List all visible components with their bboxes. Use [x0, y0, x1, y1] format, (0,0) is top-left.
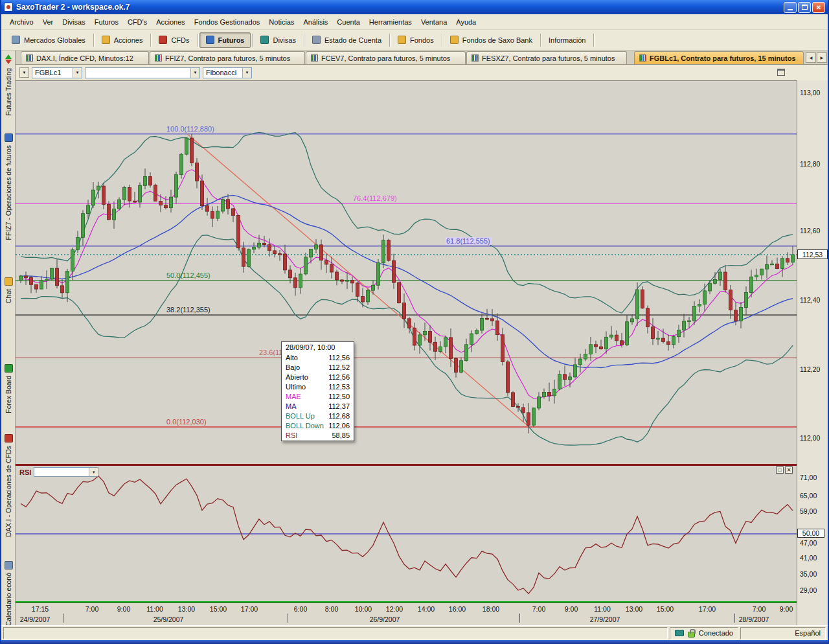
sidebar-item-ffiz7-operaciones[interactable]: FFIZ7 - Operaciones de futuros — [2, 133, 15, 240]
candles-layer — [19, 134, 795, 433]
toolbar-separator — [389, 34, 390, 47]
rsi-chart-svg — [16, 466, 797, 602]
sidebar-item-daxi-operaciones[interactable]: DAX.I - Operaciones de CFDs — [2, 434, 15, 537]
menu-analisis[interactable]: Análisis — [299, 16, 332, 29]
menu-herramientas[interactable]: Herramientas — [365, 16, 416, 29]
menu-ayuda[interactable]: Ayuda — [451, 16, 481, 29]
statusbar-connection-panel: Conectado — [670, 627, 738, 639]
connection-status: Conectado — [699, 629, 733, 637]
tab-fgblc1[interactable]: FGBLc1, Contrato para futuros, 15 minuto… — [634, 51, 804, 64]
tab-ffiz7[interactable]: FFIZ7, Contrato para futuros, 5 minutos — [150, 51, 305, 64]
toolbar-separator — [252, 34, 253, 47]
menu-divisas[interactable]: Divisas — [58, 16, 89, 29]
toolbar-separator — [442, 34, 442, 47]
toolbar-fondos[interactable]: Fondos — [391, 32, 440, 48]
sidebar-item-chat[interactable]: Chat — [2, 277, 15, 303]
chat-icon — [5, 277, 13, 286]
sidebar-item-forex-board[interactable]: Forex Board — [2, 364, 15, 413]
chart-toolbar: ▼ FGBLc1▼ ▼ Fibonacci▼ — [16, 65, 829, 80]
chart-maximize-button[interactable] — [777, 69, 785, 76]
tooltip-row: Bajo112,52 — [282, 363, 354, 373]
statusbar-message-panel — [3, 627, 668, 639]
tab-daxi[interactable]: DAX.I, Índice CFD, Minutos:12 — [21, 51, 149, 64]
chart-tab-icon — [155, 54, 162, 62]
futures-trading-icon — [5, 54, 12, 65]
menu-noticias[interactable]: Noticias — [264, 16, 299, 29]
overlay-combo[interactable]: ▼ — [85, 67, 200, 78]
tab-scroll-left-button[interactable]: ◄ — [806, 52, 816, 63]
toolbar-mercados-globales[interactable]: Mercados Globales — [5, 32, 92, 48]
globe-icon — [12, 36, 20, 44]
lock-icon — [688, 632, 695, 638]
sidebar-item-calendario[interactable]: Calendario econó — [2, 561, 15, 626]
main-chart-layers — [16, 132, 797, 445]
main-toolbar: Mercados Globales Acciones CFDs Futuros … — [1, 30, 828, 51]
minimize-button[interactable] — [784, 2, 797, 13]
tab-fesxz7[interactable]: FESXZ7, Contrato para futuros, 5 minutos — [466, 51, 627, 64]
rsi-label: RSI — [19, 468, 31, 476]
cfd-icon — [159, 36, 167, 44]
chart-tab-icon — [311, 54, 318, 62]
saxo-logo-icon — [4, 3, 13, 12]
chevron-down-icon: ▼ — [73, 68, 82, 78]
tooltip-row: MA112,37 — [282, 402, 354, 411]
panel-separator[interactable] — [16, 464, 797, 466]
saxotrader-window: SaxoTrader 2 - workspace.ok.7 ✕ Archivo … — [0, 0, 829, 644]
network-icon — [675, 630, 684, 636]
chart-tab-icon — [639, 54, 646, 62]
statusbar-language-panel: Español — [740, 627, 826, 639]
menu-futuros[interactable]: Futuros — [90, 16, 123, 29]
statusbar: Conectado Español — [1, 625, 828, 640]
toolbar-estado-de-cuenta[interactable]: Estado de Cuenta — [306, 32, 388, 48]
toolbar-separator — [150, 34, 151, 47]
tooltip-row: BOLL Down112,06 — [282, 421, 354, 431]
toolbar-separator — [304, 34, 304, 47]
rsi-toolbar: RSI ▼ — [19, 467, 98, 477]
menu-fondos-gestionados[interactable]: Fondos Gestionados — [190, 16, 265, 29]
futures-icon — [206, 36, 214, 44]
toolbar-divisas[interactable]: Divisas — [254, 32, 302, 48]
rsi-maximize-button[interactable]: □ — [776, 466, 784, 474]
tooltip-header: 28/09/07, 10:00 — [282, 342, 354, 353]
account-icon — [312, 36, 321, 44]
window-title: SaxoTrader 2 - workspace.ok.7 — [16, 3, 784, 12]
chevron-down-icon: ▼ — [190, 68, 199, 78]
menu-archivo[interactable]: Archivo — [5, 16, 38, 29]
menu-ventana[interactable]: Ventana — [416, 16, 451, 29]
tab-scroll-right-button[interactable]: ► — [817, 52, 827, 63]
sidebar-item-futures-trading[interactable]: Futures Trading — [2, 54, 15, 116]
saxo-funds-icon — [450, 36, 459, 44]
chart-tabstrip: DAX.I, Índice CFD, Minutos:12 FFIZ7, Con… — [16, 51, 829, 65]
maximize-button[interactable] — [798, 2, 811, 13]
tooltip-row: BOLL Up112,68 — [282, 411, 354, 421]
menubar: Archivo Ver Divisas Futuros CFD's Accion… — [1, 14, 828, 30]
toolbar-separator — [93, 34, 94, 47]
time-axis — [16, 603, 797, 625]
toolbar-separator — [198, 34, 198, 47]
toolbar-futuros[interactable]: Futuros — [199, 32, 251, 48]
left-sidebar: Futures Trading FFIZ7 - Operaciones de f… — [1, 51, 16, 625]
close-button[interactable]: ✕ — [812, 2, 825, 13]
main-chart-svg — [16, 80, 797, 464]
cfd-ops-icon — [5, 434, 13, 443]
chart-menu-button[interactable]: ▼ — [19, 67, 29, 78]
tab-fcev7[interactable]: FCEV7, Contrato para futuros, 5 minutos — [306, 51, 466, 64]
menu-cuenta[interactable]: Cuenta — [332, 16, 364, 29]
tooltip-row: Ultimo112,53 — [282, 382, 354, 392]
stocks-icon — [102, 36, 110, 44]
instrument-combo[interactable]: FGBLc1▼ — [32, 67, 82, 78]
rsi-close-button[interactable]: ✕ — [785, 466, 793, 474]
menu-cfds[interactable]: CFD's — [123, 16, 152, 29]
toolbar-cfds[interactable]: CFDs — [152, 32, 196, 48]
toolbar-informacion[interactable]: Información — [542, 32, 592, 48]
futures-ops-icon — [5, 133, 13, 142]
calendar-icon — [5, 561, 13, 569]
toolbar-acciones[interactable]: Acciones — [95, 32, 150, 48]
funds-icon — [398, 36, 406, 44]
menu-ver[interactable]: Ver — [38, 16, 58, 29]
study-combo[interactable]: Fibonacci▼ — [203, 67, 252, 78]
rsi-study-combo[interactable]: ▼ — [34, 467, 98, 477]
chevron-down-icon: ▼ — [242, 68, 251, 78]
menu-acciones[interactable]: Acciones — [152, 16, 190, 29]
toolbar-fondos-saxo-bank[interactable]: Fondos de Saxo Bank — [444, 32, 539, 48]
